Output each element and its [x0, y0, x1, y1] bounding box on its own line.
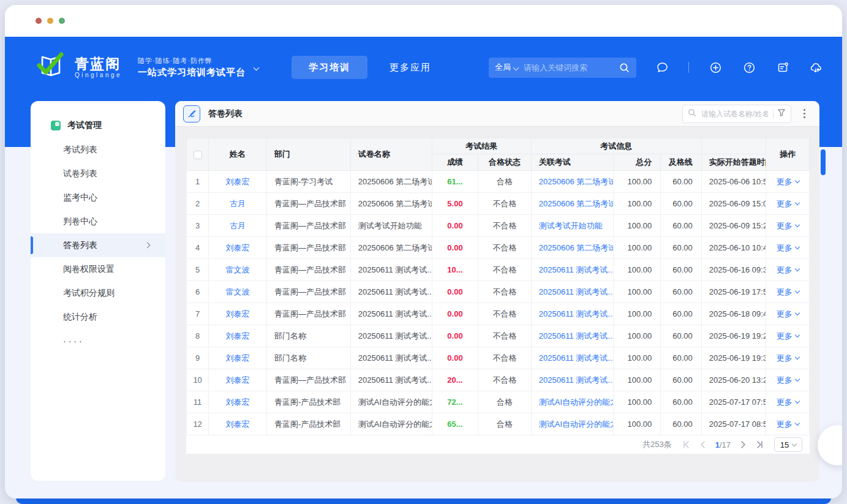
linked-exam-link[interactable]: 测试AI自动评分的能力 [539, 419, 613, 429]
pass-status-cell: 合格 [478, 391, 532, 413]
more-actions-button[interactable]: 更多 [777, 331, 799, 342]
more-actions-button[interactable]: 更多 [777, 309, 799, 320]
window-maximize-button[interactable] [59, 18, 65, 24]
linked-exam-link[interactable]: 测试AI自动评分的能力 [539, 397, 613, 407]
header-icon-group [655, 60, 824, 75]
linked-exam-link[interactable]: 20250611 测试考试... [539, 287, 613, 296]
prev-page-button[interactable] [700, 441, 706, 448]
table-row: 5 雷文波 青蓝阁—产品技术部 20250611 测试考试... 10... 不… [187, 259, 810, 281]
page-size-select[interactable]: 15 [774, 437, 802, 452]
sidebar-item-statistics[interactable]: 统计分析 [31, 305, 165, 329]
memo-badge-icon[interactable] [775, 60, 790, 75]
more-actions-button[interactable]: 更多 [777, 243, 799, 254]
linked-exam-link[interactable]: 测试考试开始功能 [539, 221, 603, 230]
nav-tab-more-apps[interactable]: 更多应用 [390, 62, 431, 73]
student-name-link[interactable]: 刘泰宏 [226, 353, 250, 363]
linked-exam-link[interactable]: 20250611 测试考试... [539, 309, 613, 318]
pass-status-cell: 合格 [478, 171, 532, 193]
linked-exam-link[interactable]: 20250611 测试考试... [539, 265, 613, 274]
window-minimize-button[interactable] [47, 18, 53, 24]
department-cell: 青蓝阁—产品技术部 [266, 281, 350, 303]
pass-status-cell: 不合格 [478, 347, 532, 369]
chevron-right-icon [145, 243, 151, 249]
total-score-cell: 100.00 [613, 215, 661, 237]
sidebar-item-more[interactable]: ···· [31, 329, 165, 353]
student-name-link[interactable]: 刘泰宏 [226, 331, 250, 340]
more-actions-button[interactable]: 更多 [777, 176, 799, 187]
more-actions-button[interactable]: 更多 [777, 353, 799, 364]
score-value: 0.00 [447, 243, 462, 252]
sidebar-item-answer-sheet-list[interactable]: 答卷列表 [31, 233, 165, 257]
answer-sheet-icon-button[interactable] [183, 105, 200, 122]
linked-exam-link[interactable]: 20250611 测试考试... [539, 375, 613, 385]
student-name-link[interactable]: 刘泰宏 [226, 397, 250, 407]
student-name-link[interactable]: 古月 [230, 221, 246, 230]
cloud-sync-icon[interactable] [809, 60, 824, 75]
more-actions-button[interactable]: 更多 [777, 397, 799, 408]
column-header-start-time: 实际开始答题时间 [701, 154, 766, 171]
pass-line-cell: 60.00 [661, 325, 701, 347]
sidebar-item-grading-center[interactable]: 判卷中心 [31, 209, 165, 233]
filter-icon[interactable] [777, 108, 786, 119]
score-value: 20... [447, 375, 462, 385]
more-actions-button[interactable]: 更多 [777, 287, 799, 298]
linked-exam-link[interactable]: 20250611 测试考试... [539, 353, 613, 363]
student-name-link[interactable]: 刘泰宏 [226, 419, 250, 429]
nav-tab-learning[interactable]: 学习培训 [292, 56, 367, 79]
row-index: 5 [187, 259, 209, 281]
sidebar-item-paper-list[interactable]: 试卷列表 [31, 162, 165, 186]
start-time-cell: 2025-06-09 15:0 [701, 193, 766, 215]
table-search-input[interactable] [700, 109, 769, 119]
total-score-cell: 100.00 [613, 237, 661, 259]
start-time-cell: 2025-06-10 10:44 [701, 237, 766, 259]
sidebar-item-exam-points-rule[interactable]: 考试积分规则 [31, 281, 165, 305]
sidebar-item-review-permission[interactable]: 阅卷权限设置 [31, 257, 165, 281]
more-actions-button[interactable]: 更多 [777, 198, 799, 209]
message-icon[interactable] [655, 60, 669, 75]
pass-line-cell: 60.00 [661, 369, 701, 391]
window-titlebar [5, 5, 842, 37]
student-name-link[interactable]: 刘泰宏 [226, 177, 250, 186]
more-actions-button[interactable]: 更多 [777, 419, 799, 430]
edge-tab[interactable] [821, 149, 826, 175]
search-icon[interactable] [618, 60, 630, 75]
sidebar-section-exam-management[interactable]: 考试管理 [31, 113, 165, 138]
pass-line-cell: 60.00 [661, 193, 701, 215]
platform-tagline: 随学·随练·随考·防作弊 [138, 56, 246, 66]
student-name-link[interactable]: 刘泰宏 [226, 309, 250, 318]
more-options-icon[interactable] [799, 107, 810, 121]
platform-switcher[interactable]: 随学·随练·随考·防作弊 一站式学习培训考试平台 [138, 56, 258, 78]
department-cell: 青蓝阁—产品技术部 [266, 259, 350, 281]
more-actions-button[interactable]: 更多 [777, 375, 799, 386]
search-scope-dropdown[interactable]: 全局 [495, 62, 518, 73]
global-search-input[interactable] [522, 62, 614, 73]
window-close-button[interactable] [36, 18, 42, 24]
linked-exam-link[interactable]: 20250606 第二场考试 [539, 177, 613, 186]
first-page-button[interactable] [682, 441, 690, 448]
start-time-cell: 2025-07-17 08:51 [701, 413, 766, 435]
paper-name-cell: 测试考试开始功能 [350, 215, 432, 237]
more-actions-button[interactable]: 更多 [777, 265, 799, 276]
linked-exam-link[interactable]: 20250606 第二场考试 [539, 243, 613, 252]
student-name-link[interactable]: 古月 [230, 199, 246, 208]
sidebar-item-proctor-center[interactable]: 监考中心 [31, 186, 165, 209]
app-logo[interactable]: 青蓝阁 Qinglange [34, 52, 122, 83]
linked-exam-link[interactable]: 20250611 测试考试... [539, 331, 613, 340]
start-time-cell: 2025-07-17 07:53 [701, 391, 766, 413]
student-name-link[interactable]: 雷文波 [226, 265, 250, 274]
next-page-button[interactable] [740, 441, 746, 448]
more-actions-button[interactable]: 更多 [777, 220, 799, 231]
pass-line-cell: 60.00 [661, 237, 701, 259]
plus-circle-icon[interactable] [708, 60, 723, 75]
app-name: 青蓝阁 [75, 56, 122, 71]
student-name-link[interactable]: 雷文波 [226, 287, 250, 296]
score-value: 72... [447, 397, 462, 407]
select-all-checkbox[interactable] [194, 151, 202, 159]
score-value: 10... [447, 265, 462, 274]
student-name-link[interactable]: 刘泰宏 [226, 375, 250, 385]
student-name-link[interactable]: 刘泰宏 [226, 243, 250, 252]
help-icon[interactable] [742, 60, 756, 75]
last-page-button[interactable] [756, 441, 764, 448]
sidebar-item-exam-list[interactable]: 考试列表 [31, 138, 165, 162]
linked-exam-link[interactable]: 20250606 第二场考试 [539, 199, 613, 208]
